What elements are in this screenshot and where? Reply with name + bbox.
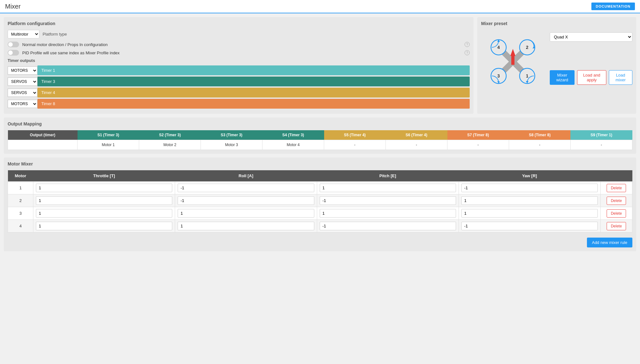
svg-text:3: 3	[497, 73, 500, 78]
delete-button-3[interactable]: Delete	[607, 209, 626, 218]
col-s7: S7 (Timer 8)	[447, 130, 509, 140]
throttle-cell-1	[33, 182, 175, 194]
col-s3: S3 (Timer 3)	[201, 130, 262, 140]
col-output-timer: Output (timer)	[8, 130, 78, 140]
col-pitch: Pitch [E]	[317, 170, 459, 182]
timer-8-label: Timer 8	[37, 99, 470, 109]
roll-input-2[interactable]	[178, 196, 314, 205]
throttle-input-4[interactable]	[36, 222, 172, 230]
pitch-input-3[interactable]	[320, 209, 456, 218]
output-mapping-panel: Output Mapping Output (timer) S1 (Timer …	[4, 118, 636, 154]
throttle-input-1[interactable]	[36, 184, 172, 192]
motor-mixer-header: Motor Throttle [T] Roll [A] Pitch [E] Ya…	[8, 170, 632, 182]
roll-input-1[interactable]	[178, 184, 314, 192]
roll-input-4[interactable]	[178, 222, 314, 230]
col-s2: S2 (Timer 3)	[139, 130, 201, 140]
output-mapping-title: Output Mapping	[8, 121, 632, 126]
roll-input-3[interactable]	[178, 209, 314, 218]
toggle-motor-direction-row: Normal motor direction / Props In config…	[8, 42, 470, 47]
throttle-input-3[interactable]	[36, 209, 172, 218]
timer-3-type-select[interactable]: MOTORSSERVOSDISABLED	[8, 78, 37, 86]
motor-number-2: 2	[8, 194, 33, 207]
roll-cell-3	[175, 207, 317, 220]
timer-4-label: Timer 4	[37, 88, 470, 98]
load-mixer-button[interactable]: Load mixer	[609, 70, 632, 85]
timer-row-4: MOTORSSERVOSDISABLED Timer 4	[8, 88, 470, 98]
timer-outputs-title: Timer outputs	[8, 58, 470, 63]
load-and-apply-button[interactable]: Load and apply	[577, 70, 606, 85]
page-title: Mixer	[5, 3, 21, 10]
delete-cell-1: Delete	[601, 182, 632, 194]
timer-4-type-select[interactable]: MOTORSSERVOSDISABLED	[8, 89, 37, 97]
motor-mixer-table: Motor Throttle [T] Roll [A] Pitch [E] Ya…	[8, 170, 632, 233]
motor-mixer-panel: Motor Mixer Motor Throttle [T] Roll [A] …	[4, 158, 636, 251]
svg-marker-4	[510, 49, 515, 56]
delete-cell-2: Delete	[601, 194, 632, 207]
delete-cell-4: Delete	[601, 220, 632, 233]
col-throttle: Throttle [T]	[33, 170, 175, 182]
yaw-cell-4	[459, 220, 600, 233]
yaw-input-1[interactable]	[461, 184, 598, 192]
func-s5: -	[324, 140, 386, 150]
add-new-mixer-rule-button[interactable]: Add new mixer rule	[587, 238, 632, 247]
mixer-preset-panel: Mixer preset	[477, 17, 636, 114]
yaw-input-3[interactable]	[461, 209, 598, 218]
motor-row-2: 2 Delete	[8, 194, 632, 207]
pid-profile-help-icon[interactable]: ?	[465, 50, 470, 55]
output-mapping-header-row: Output (timer) S1 (Timer 3) S2 (Timer 3)…	[8, 130, 632, 140]
col-motor: Motor	[8, 170, 33, 182]
motor-number-1: 1	[8, 182, 33, 194]
yaw-input-4[interactable]	[461, 222, 598, 230]
func-s8: -	[509, 140, 571, 150]
delete-cell-3: Delete	[601, 207, 632, 220]
svg-text:1: 1	[526, 73, 528, 78]
roll-cell-4	[175, 220, 317, 233]
pitch-cell-4	[317, 220, 459, 233]
pitch-input-4[interactable]	[320, 222, 456, 230]
delete-button-4[interactable]: Delete	[607, 222, 626, 230]
func-s9: -	[570, 140, 632, 150]
timer-1-type-select[interactable]: MOTORSSERVOSDISABLED	[8, 66, 37, 75]
func-s7: -	[447, 140, 509, 150]
func-s3: Motor 3	[201, 140, 262, 150]
col-s5: S5 (Timer 4)	[324, 130, 386, 140]
yaw-cell-3	[459, 207, 600, 220]
throttle-cell-2	[33, 194, 175, 207]
platform-type-label: Platform type	[43, 32, 67, 37]
function-label: Function	[8, 140, 78, 150]
throttle-input-2[interactable]	[36, 196, 172, 205]
quad-x-diagram: 4 2 3	[481, 30, 545, 93]
platform-type-row: Multirotor Fixed Wing Helicopter Platfor…	[8, 30, 470, 38]
mixer-preset-title: Mixer preset	[481, 21, 632, 26]
throttle-cell-3	[33, 207, 175, 220]
yaw-cell-2	[459, 194, 600, 207]
motor-row-4: 4 Delete	[8, 220, 632, 233]
timer-row-1: MOTORSSERVOSDISABLED Timer 1	[8, 65, 470, 75]
output-mapping-table: Output (timer) S1 (Timer 3) S2 (Timer 3)…	[8, 130, 632, 150]
yaw-cell-1	[459, 182, 600, 194]
pitch-input-1[interactable]	[320, 184, 456, 192]
pid-profile-toggle[interactable]	[8, 50, 19, 56]
motor-direction-help-icon[interactable]: ?	[465, 42, 470, 47]
motor-direction-toggle[interactable]	[8, 42, 19, 47]
timer-row-3: MOTORSSERVOSDISABLED Timer 3	[8, 77, 470, 86]
col-s1: S1 (Timer 3)	[78, 130, 139, 140]
mixer-preset-right: Quad X Quad + Hex X Hex + Octo X Tri Mix…	[550, 30, 632, 85]
mixer-preset-select[interactable]: Quad X Quad + Hex X Hex + Octo X Tri	[550, 32, 632, 42]
timer-outputs-section: Timer outputs MOTORSSERVOSDISABLED Timer…	[8, 58, 470, 109]
pitch-input-2[interactable]	[320, 196, 456, 205]
timer-3-label: Timer 3	[37, 77, 470, 86]
delete-button-2[interactable]: Delete	[607, 197, 626, 205]
col-s6: S6 (Timer 4)	[386, 130, 447, 140]
roll-cell-1	[175, 182, 317, 194]
documentation-button[interactable]: DOCUMENTATION	[591, 3, 635, 10]
platform-type-select[interactable]: Multirotor Fixed Wing Helicopter	[8, 30, 39, 38]
delete-button-1[interactable]: Delete	[607, 184, 626, 192]
func-s4: Motor 4	[262, 140, 324, 150]
col-yaw: Yaw [R]	[459, 170, 600, 182]
mixer-wizard-button[interactable]: Mixer wizard	[550, 70, 575, 85]
col-actions	[601, 170, 632, 182]
yaw-input-2[interactable]	[461, 196, 598, 205]
timer-8-type-select[interactable]: MOTORSSERVOSDISABLED	[8, 100, 37, 108]
main-content: Platform configuration Multirotor Fixed …	[0, 13, 640, 255]
